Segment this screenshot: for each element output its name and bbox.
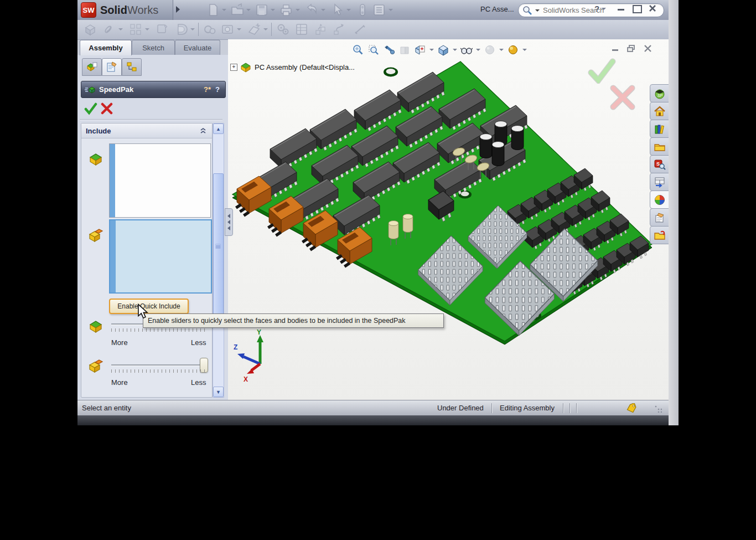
taskpane-file-explorer[interactable] (650, 137, 669, 156)
panel-collapse-splitter[interactable] (225, 208, 233, 236)
menu-flyout-arrow-icon[interactable] (176, 6, 180, 13)
help-caret[interactable] (602, 8, 606, 10)
doc-minimize-button[interactable] (612, 49, 618, 51)
interference-detection-icon[interactable] (353, 22, 367, 37)
tab-sketch[interactable]: Sketch (132, 40, 175, 55)
include-group-header[interactable]: Include (81, 124, 212, 138)
maximize-button[interactable] (633, 5, 642, 13)
explode-line-sketch-icon[interactable] (332, 22, 346, 37)
undo-icon[interactable] (304, 3, 319, 17)
move-component-icon[interactable] (174, 22, 188, 37)
pattern-caret[interactable] (145, 28, 149, 30)
commandmanager-tabs: Assembly Sketch Evaluate (77, 40, 228, 55)
feature-tree-root-label[interactable]: PC Assembly (Default<Displa... (255, 63, 355, 71)
taskpane-design-library[interactable] (650, 120, 669, 138)
taskpane-view-palette[interactable] (650, 173, 669, 191)
close-button[interactable] (649, 4, 656, 12)
exploded-view-icon[interactable] (313, 22, 328, 37)
mate-icon[interactable] (102, 22, 116, 37)
assembly-features-icon[interactable] (220, 22, 235, 37)
section-view-icon[interactable] (398, 44, 411, 56)
graphics-area[interactable]: + PC Assembly (Default<Displa... SP S (228, 39, 669, 400)
new-document-caret[interactable] (222, 9, 226, 11)
zoom-to-area-icon[interactable] (367, 44, 380, 56)
taskpane-solidworks-resources[interactable]: SP (650, 84, 669, 102)
taskpane-appearances-scenes[interactable] (650, 191, 669, 209)
tab-assembly[interactable]: Assembly (80, 40, 132, 55)
apply-scene-caret[interactable] (522, 49, 527, 51)
help-button[interactable]: ? (594, 4, 599, 13)
minimize-button[interactable] (618, 9, 624, 11)
taskpane-custom-properties[interactable] (650, 208, 669, 227)
help-button[interactable]: ? (215, 85, 220, 94)
options-caret[interactable] (389, 9, 393, 11)
new-document-icon[interactable] (206, 3, 220, 17)
insert-components-icon[interactable] (83, 22, 97, 37)
taskpane-home[interactable] (650, 102, 669, 120)
bodies-slider-track[interactable] (111, 364, 206, 366)
edit-appearance-icon[interactable] (484, 44, 496, 56)
bill-of-materials-icon[interactable] (294, 22, 309, 37)
search-scope-caret[interactable] (535, 9, 540, 12)
view-orientation-caret[interactable] (429, 49, 434, 51)
save-icon[interactable] (255, 3, 269, 17)
show-hidden-components-icon[interactable] (203, 22, 217, 37)
resize-grip[interactable] (654, 405, 662, 413)
tab-evaluate[interactable]: Evaluate (175, 40, 220, 55)
move-caret[interactable] (190, 28, 195, 30)
ok-button[interactable] (84, 102, 97, 115)
cancel-button[interactable] (101, 102, 113, 115)
undo-caret[interactable] (321, 9, 325, 11)
features-caret[interactable] (237, 28, 241, 30)
linear-component-pattern-icon[interactable] (128, 22, 143, 37)
tag-icon[interactable] (626, 403, 637, 413)
confirm-cancel-icon[interactable] (609, 84, 636, 111)
apply-scene-icon[interactable] (507, 44, 519, 56)
print-caret[interactable] (296, 9, 300, 11)
collapse-chevron-icon[interactable] (200, 127, 206, 134)
open-document-icon[interactable] (230, 3, 245, 17)
tree-expand-icon[interactable]: + (230, 64, 237, 71)
home-icon (654, 105, 666, 117)
rebuild-icon[interactable] (355, 3, 370, 17)
refgeom-caret[interactable] (263, 28, 268, 30)
selection-strip (110, 220, 116, 292)
hide-show-caret[interactable] (476, 49, 480, 51)
confirm-ok-icon[interactable] (587, 58, 617, 84)
select-icon[interactable] (330, 3, 344, 17)
previous-view-icon[interactable] (383, 44, 395, 56)
help-whatsnew-button[interactable]: ?* (204, 85, 211, 94)
taskpane-document-recovery[interactable] (650, 226, 669, 244)
panel-scrollbar[interactable]: ▲ ▼ (213, 123, 224, 398)
scrollbar-thumb[interactable] (213, 173, 224, 327)
smart-fasteners-icon[interactable] (155, 22, 169, 37)
save-caret[interactable] (271, 9, 275, 11)
headsup-view-toolbar (352, 44, 527, 56)
new-motion-study-icon[interactable] (276, 22, 290, 37)
faces-selection-box[interactable] (109, 143, 211, 218)
options-list-icon[interactable] (372, 3, 386, 17)
display-style-icon[interactable] (437, 44, 449, 56)
scroll-down-button[interactable]: ▼ (213, 387, 224, 397)
mate-caret[interactable] (118, 28, 123, 30)
view-orientation-icon[interactable] (414, 44, 426, 56)
doc-restore-button[interactable] (627, 45, 635, 53)
tab-feature-manager[interactable] (82, 58, 102, 76)
edit-appearance-caret[interactable] (499, 49, 504, 51)
search-box[interactable] (518, 3, 664, 17)
scroll-up-button[interactable]: ▲ (213, 124, 224, 134)
select-caret[interactable] (346, 9, 351, 11)
open-document-caret[interactable] (246, 9, 251, 11)
reference-geometry-icon[interactable] (247, 22, 261, 37)
window-bottom-edge (77, 415, 669, 425)
hide-show-items-icon[interactable] (460, 44, 473, 56)
display-style-caret[interactable] (453, 49, 457, 51)
doc-close-button[interactable] (644, 45, 651, 52)
print-icon[interactable] (279, 3, 293, 17)
document-tab[interactable]: PC Asse... (480, 5, 514, 13)
zoom-to-fit-icon[interactable] (352, 44, 364, 56)
tab-configuration-manager[interactable] (122, 58, 142, 76)
bodies-selection-box[interactable] (109, 219, 212, 294)
tab-property-manager[interactable] (102, 58, 122, 76)
taskpane-solidworks-search[interactable]: S (650, 155, 669, 173)
